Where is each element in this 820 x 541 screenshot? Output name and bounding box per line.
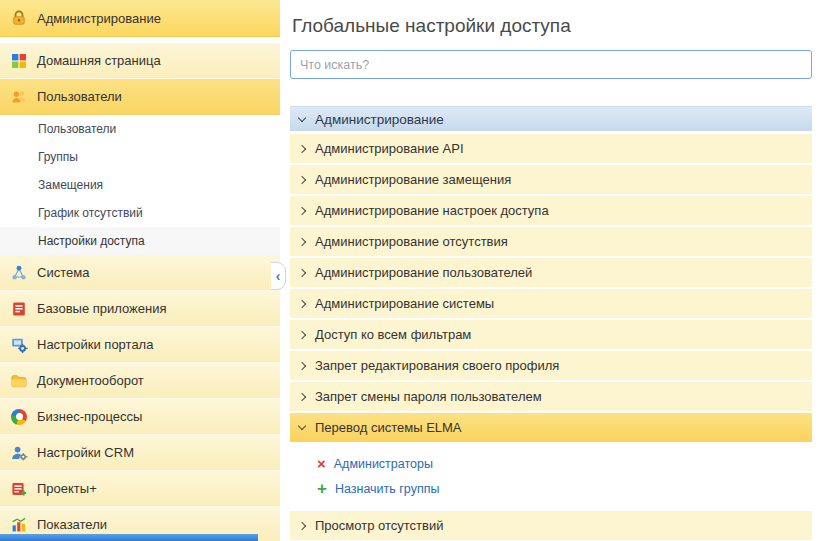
chevron-right-icon	[298, 521, 306, 529]
sidebar-item-base-apps[interactable]: Базовые приложения	[0, 291, 280, 327]
sidebar-item-label: Администрирование	[37, 11, 161, 26]
sidebar-item-label: Домашняя страница	[37, 53, 161, 68]
sidebar-item-label: Проекты+	[37, 481, 97, 496]
sidebar-item-label: Базовые приложения	[37, 301, 167, 316]
sidebar-collapse-button[interactable]: ‹	[271, 262, 286, 290]
access-row-label: Запрет редактирования своего профиля	[315, 358, 559, 373]
section-header-label: Администрирование	[315, 112, 444, 127]
access-row-label: Администрирование отсутствия	[315, 234, 508, 249]
sidebar-item-label: Пользователи	[37, 89, 122, 104]
sidebar-item-business-processes[interactable]: Бизнес-процессы	[0, 399, 280, 435]
access-settings-list: Администрирование API Администрирование …	[290, 134, 812, 540]
chevron-right-icon	[298, 268, 306, 276]
access-row-password-change-ban[interactable]: Запрет смены пароля пользователем	[290, 382, 812, 411]
access-row-label: Просмотр отсутствий	[315, 518, 443, 533]
sidebar-item-label: Показатели	[37, 517, 107, 532]
app-window: Администрирование Домашняя страница	[0, 0, 820, 541]
crm-settings-icon	[10, 444, 28, 462]
projects-icon	[10, 480, 28, 498]
access-row-view-absences[interactable]: Просмотр отсутствий	[290, 511, 812, 540]
sidebar-item-label: Документооборот	[37, 373, 144, 388]
users-icon	[10, 88, 28, 106]
submenu-item-label: Группы	[38, 150, 78, 164]
sidebar-item-users[interactable]: Пользователи	[0, 79, 280, 115]
page-title: Глобальные настройки доступа	[292, 15, 812, 37]
access-row-label: Администрирование пользователей	[315, 265, 532, 280]
access-row-system-admin[interactable]: Администрирование системы	[290, 289, 812, 318]
access-row-api[interactable]: Администрирование API	[290, 134, 812, 163]
chevron-right-icon	[298, 361, 306, 369]
submenu-item-access-settings[interactable]: Настройки доступа	[0, 227, 280, 255]
sidebar: Администрирование Домашняя страница	[0, 0, 280, 541]
sidebar-item-label: Бизнес-процессы	[37, 409, 142, 424]
sidebar-item-partial[interactable]	[0, 534, 258, 541]
chevron-right-icon	[298, 144, 306, 152]
assign-groups-link[interactable]: + Назначить группы	[317, 482, 812, 496]
access-row-label: Администрирование настроек доступа	[315, 203, 549, 218]
access-row-absence-admin[interactable]: Администрирование отсутствия	[290, 227, 812, 256]
chevron-right-icon	[298, 206, 306, 214]
business-processes-icon	[10, 408, 28, 426]
chevron-right-icon	[298, 175, 306, 183]
sidebar-item-home[interactable]: Домашняя страница	[0, 43, 280, 79]
submenu-item-absence-schedule[interactable]: График отсутствий	[0, 199, 280, 227]
access-row-label: Администрирование замещения	[315, 172, 511, 187]
home-grid-icon	[10, 52, 28, 70]
sidebar-item-crm-settings[interactable]: Настройки CRM	[0, 435, 280, 471]
sidebar-item-projects[interactable]: Проекты+	[0, 471, 280, 507]
sidebar-item-label: Система	[37, 265, 89, 280]
chevron-down-icon	[298, 422, 306, 430]
sidebar-item-label: Настройки CRM	[37, 445, 134, 460]
sidebar-item-label: Настройки портала	[37, 337, 153, 352]
expanded-panel: × Администраторы + Назначить группы	[290, 444, 812, 511]
submenu-item-substitutions[interactable]: Замещения	[0, 171, 280, 199]
access-row-label: Администрирование API	[315, 141, 464, 156]
section-header-administration[interactable]: Администрирование	[290, 106, 812, 131]
sidebar-item-portal-settings[interactable]: Настройки портала	[0, 327, 280, 363]
access-row-elma-translation[interactable]: Перевод системы ELMA	[290, 413, 812, 442]
main-content: Глобальные настройки доступа Администрир…	[280, 0, 820, 541]
base-apps-icon	[10, 300, 28, 318]
administrators-link[interactable]: × Администраторы	[317, 457, 812, 471]
chevron-down-icon	[298, 113, 306, 121]
users-submenu: Пользователи Группы Замещения График отс…	[0, 115, 280, 255]
sidebar-item-administration[interactable]: Администрирование	[0, 0, 280, 37]
access-row-substitution-admin[interactable]: Администрирование замещения	[290, 165, 812, 194]
access-row-label: Запрет смены пароля пользователем	[315, 389, 542, 404]
indicators-icon	[10, 516, 28, 534]
chevron-right-icon	[298, 299, 306, 307]
system-icon	[10, 264, 28, 282]
search-input[interactable]	[290, 50, 812, 79]
chevron-right-icon	[298, 237, 306, 245]
chevron-right-icon	[298, 330, 306, 338]
access-row-label: Доступ ко всем фильтрам	[315, 327, 471, 342]
remove-icon: ×	[317, 458, 326, 470]
submenu-item-label: Настройки доступа	[38, 234, 145, 248]
add-icon: +	[317, 483, 327, 495]
chevron-right-icon	[298, 392, 306, 400]
access-row-access-settings-admin[interactable]: Администрирование настроек доступа	[290, 196, 812, 225]
submenu-item-groups[interactable]: Группы	[0, 143, 280, 171]
sidebar-item-system[interactable]: Система	[0, 255, 280, 291]
access-row-label: Администрирование системы	[315, 296, 494, 311]
submenu-item-users[interactable]: Пользователи	[0, 115, 280, 143]
lock-icon	[10, 9, 28, 27]
folder-icon	[10, 372, 28, 390]
access-row-profile-edit-ban[interactable]: Запрет редактирования своего профиля	[290, 351, 812, 380]
access-row-label: Перевод системы ELMA	[315, 420, 462, 435]
access-row-users-admin[interactable]: Администрирование пользователей	[290, 258, 812, 287]
access-row-all-filters[interactable]: Доступ ко всем фильтрам	[290, 320, 812, 349]
portal-settings-icon	[10, 336, 28, 354]
sidebar-item-docflow[interactable]: Документооборот	[0, 363, 280, 399]
submenu-item-label: График отсутствий	[38, 206, 143, 220]
link-label: Назначить группы	[335, 482, 440, 496]
submenu-item-label: Замещения	[38, 178, 103, 192]
collapse-arrow-icon: ‹	[276, 268, 281, 284]
link-label: Администраторы	[334, 457, 433, 471]
submenu-item-label: Пользователи	[38, 122, 116, 136]
